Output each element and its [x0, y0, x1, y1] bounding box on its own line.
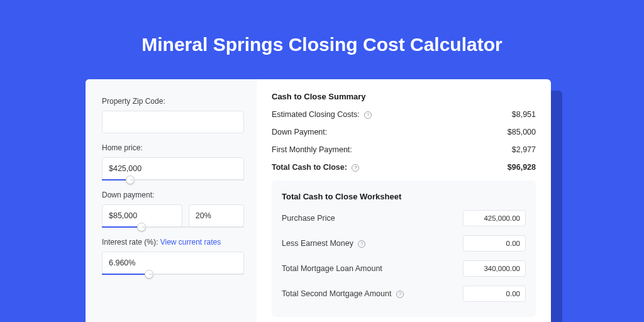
summary-value: $2,977 — [512, 145, 536, 154]
help-icon[interactable]: ? — [364, 111, 372, 119]
worksheet-row: Purchase Price — [282, 210, 526, 226]
calculator-card: Property Zip Code: Home price: Down paym… — [86, 79, 551, 322]
summary-total-row: Total Cash to Close: ? $96,928 — [272, 163, 536, 172]
summary-label: First Monthly Payment: — [272, 145, 352, 154]
interest-rate-label-text: Interest rate (%): — [102, 238, 160, 247]
worksheet-row: Total Mortgage Loan Amount — [282, 260, 526, 277]
help-icon[interactable]: ? — [358, 240, 365, 248]
view-current-rates-link[interactable]: View current rates — [160, 238, 221, 247]
summary-label: Down Payment: — [272, 128, 327, 136]
worksheet-row: Less Earnest Money ? — [282, 235, 526, 252]
help-icon[interactable]: ? — [352, 164, 359, 172]
interest-rate-label: Interest rate (%): View current rates — [102, 238, 244, 247]
second-mortgage-input[interactable] — [463, 286, 526, 302]
summary-row: Estimated Closing Costs: ? $8,951 — [272, 110, 536, 119]
worksheet-label: Total Mortgage Loan Amount — [282, 264, 382, 273]
summary-value: $8,951 — [512, 110, 536, 119]
purchase-price-input[interactable] — [463, 210, 526, 226]
home-price-slider[interactable] — [102, 179, 244, 180]
inputs-panel: Property Zip Code: Home price: Down paym… — [86, 79, 257, 322]
earnest-money-input[interactable] — [463, 235, 526, 252]
mortgage-loan-input[interactable] — [463, 260, 526, 277]
summary-row: First Monthly Payment: $2,977 — [272, 145, 536, 154]
down-payment-group: Down payment: — [102, 191, 244, 228]
help-icon[interactable]: ? — [396, 291, 404, 298]
slider-thumb-icon[interactable] — [145, 270, 153, 279]
slider-thumb-icon[interactable] — [137, 223, 146, 231]
zip-input[interactable] — [102, 111, 244, 133]
worksheet-heading: Total Cash to Close Worksheet — [282, 192, 526, 201]
results-panel: Cash to Close Summary Estimated Closing … — [257, 79, 551, 322]
interest-rate-input[interactable] — [102, 252, 244, 274]
page-title: Mineral Springs Closing Cost Calculator — [0, 0, 644, 73]
worksheet-label: Total Second Mortgage Amount — [282, 289, 391, 298]
zip-label: Property Zip Code: — [102, 97, 244, 106]
slider-thumb-icon[interactable] — [126, 175, 135, 184]
summary-heading: Cash to Close Summary — [272, 92, 536, 101]
summary-row: Down Payment: $85,000 — [272, 128, 536, 136]
worksheet-label: Purchase Price — [282, 214, 335, 223]
down-payment-pct-input[interactable] — [189, 204, 244, 227]
interest-rate-slider[interactable] — [102, 274, 244, 275]
summary-total-value: $96,928 — [508, 163, 536, 172]
zip-field-group: Property Zip Code: — [102, 97, 244, 133]
summary-label: Estimated Closing Costs: — [272, 110, 360, 119]
home-price-group: Home price: — [102, 143, 244, 180]
home-price-label: Home price: — [102, 143, 244, 152]
down-payment-slider[interactable] — [102, 226, 244, 228]
home-price-input[interactable] — [102, 157, 244, 180]
interest-rate-group: Interest rate (%): View current rates — [102, 238, 244, 275]
down-payment-label: Down payment: — [102, 191, 244, 199]
worksheet-label: Less Earnest Money — [282, 239, 353, 248]
worksheet-row: Total Second Mortgage Amount ? — [282, 286, 526, 302]
worksheet-panel: Total Cash to Close Worksheet Purchase P… — [272, 180, 536, 317]
summary-value: $85,000 — [508, 128, 536, 136]
summary-total-label: Total Cash to Close: — [272, 163, 347, 172]
